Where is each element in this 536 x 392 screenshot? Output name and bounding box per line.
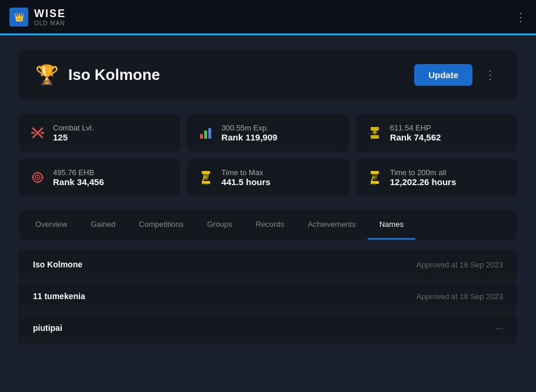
profile-left: 🏆 Iso Kolmone — [35, 63, 160, 86]
hamburger-menu-icon[interactable]: ⋮ — [515, 10, 527, 24]
name-row-1: Iso Kolmone Approved at 18 Sep 2023 — [19, 249, 517, 280]
tab-names[interactable]: Names — [368, 210, 415, 240]
tab-gained[interactable]: Gained — [79, 210, 127, 240]
profile-actions: Update ⋮ — [414, 64, 501, 86]
name-row-2: 11 tumekenia Approved at 18 Sep 2023 — [19, 281, 517, 311]
stat-info-combat: Combat Lvl. 125 — [53, 123, 94, 142]
tt200-icon: 4.6b — [367, 169, 383, 186]
ttm-label: Time to Max — [221, 168, 270, 177]
ehb-label: 495.76 EHB — [53, 168, 104, 177]
main-content: 🏆 Iso Kolmone Update ⋮ Combat Lvl. 125 — [0, 35, 536, 357]
svg-rect-8 — [371, 135, 379, 139]
trophy-icon: 🏆 — [35, 63, 59, 86]
name-status-1: Approved at 18 Sep 2023 — [417, 260, 503, 269]
stats-grid: Combat Lvl. 125 300.55m Exp. Rank 119,90… — [19, 114, 517, 196]
ehp-rank: Rank 74,562 — [390, 132, 441, 142]
stat-card-tt200: 4.6b Time to 200m all 12,202.26 hours — [356, 159, 517, 196]
ttm-value: 441.5 hours — [221, 177, 270, 187]
brand-area: 👑 WISE OLD MAN — [9, 8, 66, 26]
name-text-1: Iso Kolmone — [33, 260, 82, 269]
svg-rect-18 — [202, 171, 210, 174]
tab-achievements[interactable]: Achievements — [296, 210, 368, 240]
stat-info-tt200: Time to 200m all 12,202.26 hours — [390, 168, 457, 187]
stat-info-exp: 300.55m Exp. Rank 119,909 — [221, 123, 277, 142]
tt200-label: Time to 200m all — [390, 168, 457, 177]
svg-rect-21 — [371, 171, 379, 174]
exp-label: 300.55m Exp. — [221, 123, 277, 132]
svg-text:↑: ↑ — [368, 131, 370, 136]
ehb-rank: Rank 34,456 — [53, 177, 104, 187]
name-text-3: piutipai — [33, 323, 62, 333]
swords-icon — [29, 125, 46, 141]
svg-rect-5 — [204, 130, 207, 139]
brand-title: WISE — [34, 8, 66, 20]
stat-info-ehp: 611.54 EHP Rank 74,562 — [390, 123, 441, 142]
svg-rect-2 — [31, 132, 35, 134]
names-list: Iso Kolmone Approved at 18 Sep 2023 11 t… — [19, 249, 517, 343]
stat-card-combat: Combat Lvl. 125 — [19, 114, 180, 152]
combat-label: Combat Lvl. — [53, 123, 94, 132]
brand-subtitle: OLD MAN — [34, 20, 66, 26]
name-row-3: piutipai --- — [19, 313, 517, 343]
tab-groups[interactable]: Groups — [195, 210, 244, 240]
svg-point-13 — [37, 177, 39, 179]
exp-icon — [198, 125, 214, 141]
tt200-value: 12,202.26 hours — [390, 177, 457, 187]
stat-card-ttm: Max Time to Max 441.5 hours — [187, 159, 348, 196]
exp-rank: Rank 119,909 — [221, 132, 277, 142]
ttm-icon: Max — [198, 169, 214, 186]
ehp-icon: ↑ — [367, 125, 383, 141]
ehb-icon — [29, 169, 46, 186]
stat-card-ehp: ↑ 611.54 EHP Rank 74,562 — [356, 114, 517, 152]
crown-icon: 👑 — [14, 12, 24, 22]
profile-card: 🏆 Iso Kolmone Update ⋮ — [19, 49, 517, 100]
name-status-3: --- — [495, 324, 503, 333]
stat-info-ttm: Time to Max 441.5 hours — [221, 168, 270, 187]
brand-text: WISE OLD MAN — [34, 8, 66, 26]
update-button[interactable]: Update — [414, 64, 472, 86]
tab-records[interactable]: Records — [244, 210, 296, 240]
more-options-button[interactable]: ⋮ — [480, 65, 501, 84]
stat-card-ehb: 495.76 EHB Rank 34,456 — [19, 159, 180, 196]
svg-text:Max: Max — [202, 182, 209, 186]
svg-rect-6 — [208, 128, 211, 139]
svg-rect-4 — [200, 134, 203, 139]
tabs-bar: Overview Gained Competitions Groups Reco… — [19, 210, 517, 240]
profile-name: Iso Kolmone — [68, 66, 160, 84]
logo-icon: 👑 — [9, 8, 28, 26]
tab-overview[interactable]: Overview — [24, 210, 79, 240]
name-status-2: Approved at 18 Sep 2023 — [417, 292, 503, 301]
svg-text:4.6b: 4.6b — [369, 182, 376, 186]
stat-info-ehb: 495.76 EHB Rank 34,456 — [53, 168, 104, 187]
svg-rect-7 — [371, 127, 379, 130]
ehp-label: 611.54 EHP — [390, 123, 441, 132]
svg-rect-3 — [41, 132, 44, 134]
stat-card-exp: 300.55m Exp. Rank 119,909 — [187, 114, 348, 152]
tab-competitions[interactable]: Competitions — [127, 210, 195, 240]
combat-value: 125 — [53, 132, 94, 142]
top-navigation: 👑 WISE OLD MAN ⋮ — [0, 0, 536, 35]
name-text-2: 11 tumekenia — [33, 292, 85, 301]
